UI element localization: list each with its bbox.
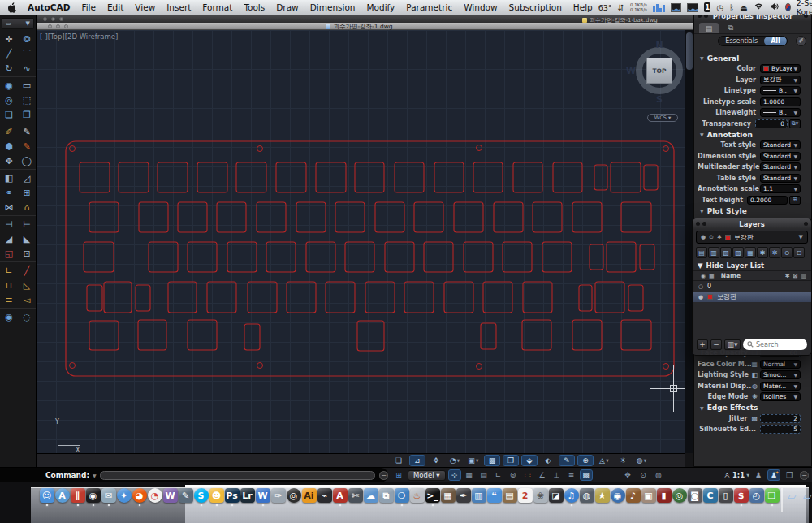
palette-tool-36[interactable]: ◉ bbox=[0, 309, 18, 324]
eyedropper-button[interactable]: ✐ bbox=[796, 36, 806, 46]
layers-panel-titlebar[interactable]: Layers bbox=[693, 218, 811, 229]
render-icon[interactable]: ◍▼ bbox=[633, 455, 650, 466]
dock-webstorm[interactable]: W bbox=[255, 488, 270, 506]
dock-photo-booth[interactable]: ◪ bbox=[548, 488, 564, 503]
clock-menu-icon[interactable]: ◷ bbox=[716, 3, 723, 12]
dock-parallels[interactable]: ∥ bbox=[70, 488, 85, 506]
property-value-dropdown[interactable]: B..▼ bbox=[760, 108, 801, 117]
hide-layer-list[interactable]: ▼Hide Layer List bbox=[693, 260, 811, 270]
dock-facetime[interactable]: ❝ bbox=[486, 488, 502, 503]
annotation-scale-button[interactable]: ♙1:1▼ bbox=[723, 471, 749, 480]
model-space-button[interactable]: Model ▾ bbox=[408, 470, 446, 481]
menu-tools[interactable]: Tools bbox=[238, 2, 270, 12]
palette-tool-37[interactable]: ◌ bbox=[18, 309, 36, 324]
add-layer-button[interactable]: + bbox=[697, 339, 708, 350]
current-layer-selector[interactable]: ● ⊙ ✱ 보강판 ▼ bbox=[696, 231, 808, 244]
property-value-dropdown[interactable]: Isolines▼ bbox=[760, 392, 801, 401]
property-value-dropdown[interactable]: Standard▼ bbox=[760, 140, 801, 149]
window-traffic-lights[interactable] bbox=[43, 17, 63, 21]
palette-tool-31[interactable]: ╱ bbox=[18, 263, 36, 278]
wifi-icon[interactable] bbox=[754, 2, 764, 12]
property-value-spin[interactable]: 0 bbox=[755, 119, 788, 128]
document-tab[interactable]: 괴수가면-강좌-1.dwg bbox=[37, 23, 682, 30]
layer-states-button[interactable]: ▧ bbox=[720, 247, 732, 258]
orbit-nav-icon[interactable]: ◍ bbox=[652, 469, 665, 481]
dock-toast[interactable]: ♨ bbox=[409, 488, 425, 503]
palette-tool-0[interactable]: ✛ bbox=[0, 32, 18, 46]
tab-layers[interactable]: ⧉ bbox=[721, 23, 741, 33]
dock-idvd[interactable]: ◍ bbox=[579, 488, 594, 503]
palette-tool-6[interactable]: ◉ bbox=[0, 78, 18, 93]
layer-color-swatch[interactable] bbox=[707, 294, 713, 300]
dock-dashboard[interactable]: ◉ bbox=[85, 488, 101, 506]
palette-tool-11[interactable]: ❐ bbox=[18, 107, 36, 122]
palette-tool-14[interactable]: ⬢ bbox=[0, 139, 18, 153]
palette-tool-28[interactable]: ◱ bbox=[0, 246, 18, 261]
section-plot-style[interactable]: ▼Plot Style bbox=[694, 205, 811, 216]
grid-display-toggle[interactable]: ▤ bbox=[477, 469, 490, 481]
dock-itunes[interactable]: ♫ bbox=[564, 488, 579, 506]
dock-folder-documents[interactable]: ▱ bbox=[800, 488, 812, 503]
palette-tool-27[interactable]: ◣ bbox=[18, 231, 36, 246]
volume-icon[interactable] bbox=[770, 2, 780, 12]
property-value-dropdown[interactable]: B..▼ bbox=[760, 86, 801, 95]
property-value-dropdown[interactable]: 1:1▼ bbox=[760, 184, 801, 193]
segment-all[interactable]: All bbox=[764, 37, 787, 45]
ucs-icon[interactable]: ⊿ bbox=[409, 455, 425, 466]
input-source-icon[interactable] bbox=[785, 3, 791, 11]
dock-time-machine[interactable]: ◴ bbox=[749, 488, 764, 503]
section-general[interactable]: ▼General bbox=[694, 53, 811, 63]
property-value-dropdown[interactable]: ByLayer▼ bbox=[760, 64, 801, 73]
menu-insert[interactable]: Insert bbox=[161, 2, 197, 12]
dock-openoffice[interactable]: ❍ bbox=[394, 488, 409, 506]
menu-dimension[interactable]: Dimension bbox=[304, 2, 361, 12]
visual-style-icon[interactable]: ▣▼ bbox=[465, 455, 482, 466]
menu-parametric[interactable]: Parametric bbox=[400, 2, 458, 12]
layout-grid-icon[interactable]: ⊞ bbox=[392, 469, 405, 481]
dock-keynote[interactable]: ▦ bbox=[440, 488, 456, 503]
dock-safari[interactable]: ✦ bbox=[116, 488, 132, 503]
dock-pages[interactable]: ✒ bbox=[456, 488, 471, 503]
palette-tool-2[interactable]: ╱ bbox=[0, 46, 18, 61]
dock-green-chat[interactable]: ❏ bbox=[764, 488, 780, 506]
palette-tool-33[interactable]: ◺ bbox=[18, 278, 36, 292]
dock-photoshop[interactable]: Ps bbox=[224, 488, 240, 506]
calendar-menu-icon[interactable]: 1 bbox=[704, 2, 710, 12]
palette-tool-17[interactable]: ◯ bbox=[18, 153, 36, 168]
layer-visibility-icon[interactable]: ○ bbox=[698, 283, 703, 290]
palette-tool-18[interactable]: ◧ bbox=[0, 171, 18, 185]
pencil-icon[interactable]: ✎ bbox=[559, 455, 575, 466]
palette-tool-7[interactable]: ▭ bbox=[18, 78, 36, 93]
command-history-icon[interactable]: ▼ bbox=[93, 473, 97, 478]
layer-search-input[interactable] bbox=[756, 341, 803, 348]
dock-money-app[interactable]: $ bbox=[733, 488, 749, 506]
property-value-input-btn[interactable]: 0.2000 bbox=[747, 196, 788, 205]
command-input[interactable] bbox=[100, 471, 375, 480]
palette-tool-35[interactable]: ◅ bbox=[18, 292, 36, 307]
dock-camera-app[interactable]: ◙ bbox=[687, 488, 702, 503]
dock-design-tool[interactable]: ✎ bbox=[178, 488, 193, 503]
menu-subscription[interactable]: Subscription bbox=[503, 2, 568, 12]
network-speed[interactable]: 0.1KB/s0.1KB/s bbox=[630, 2, 647, 12]
eject-icon[interactable]: ⏏ bbox=[740, 3, 747, 12]
activity-graph-icon[interactable] bbox=[671, 3, 682, 12]
pan-icon[interactable]: ✥ bbox=[621, 469, 634, 481]
ortho-toggle[interactable]: ∟ bbox=[492, 469, 505, 481]
property-value-slider[interactable]: 5 bbox=[760, 425, 801, 434]
isolate-layer-button[interactable]: ▨ bbox=[732, 247, 744, 258]
viewport-box-icon[interactable]: ❏ bbox=[391, 455, 407, 466]
dock-lasso-app[interactable]: ⌁ bbox=[317, 488, 332, 503]
palette-tool-16[interactable]: ✥ bbox=[0, 153, 18, 168]
otrack-toggle[interactable]: ⊥ bbox=[551, 469, 564, 481]
compass-north[interactable]: N bbox=[654, 40, 665, 50]
palette-tool-8[interactable]: ◎ bbox=[0, 93, 18, 107]
palette-tool-24[interactable]: ⊣ bbox=[0, 217, 18, 231]
dock-chrome[interactable]: ◔ bbox=[147, 488, 162, 503]
wcs-selector[interactable]: WCS ▾ bbox=[647, 114, 678, 122]
dock-brushes[interactable]: ✑ bbox=[270, 488, 286, 503]
dock-folder-applications[interactable]: ▱ bbox=[784, 488, 800, 503]
palette-tool-12[interactable]: ✐ bbox=[0, 124, 18, 139]
palette-tool-26[interactable]: ◢ bbox=[0, 231, 18, 246]
dock-toolbox[interactable]: ▣ bbox=[641, 488, 656, 503]
unlock-layer-button[interactable]: ⊡ bbox=[793, 247, 805, 258]
